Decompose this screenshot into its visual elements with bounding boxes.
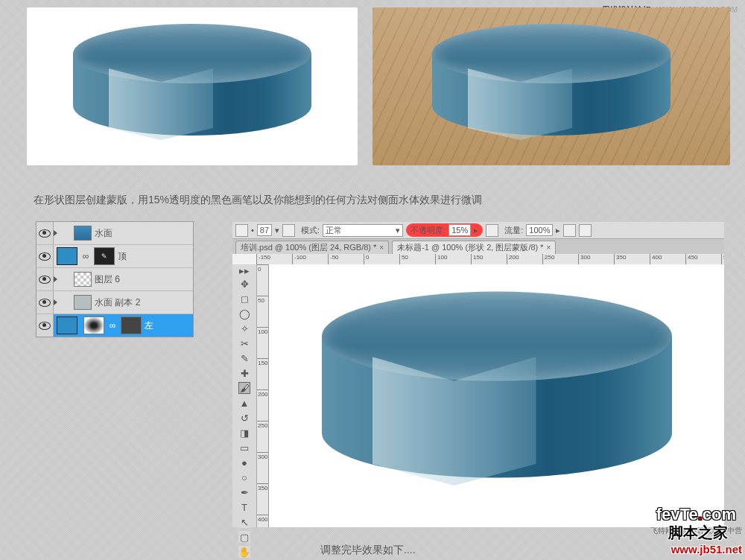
dodge-tool[interactable]: ○ <box>238 471 250 483</box>
visibility-toggle[interactable] <box>37 222 54 244</box>
healing-tool[interactable]: ✚ <box>238 367 250 379</box>
ruler-vertical: 050100150200250300350400 <box>257 264 269 527</box>
gradient-tool[interactable]: ▭ <box>238 442 250 454</box>
water-cylinder-illustration <box>432 24 670 136</box>
eye-icon <box>39 322 51 330</box>
layer-thumbnail <box>74 226 92 241</box>
brush-tool[interactable]: 🖌 <box>238 382 250 394</box>
brush-preset-icon[interactable] <box>235 224 248 237</box>
layer-row[interactable]: 水面 <box>37 222 193 244</box>
pressure-opacity-icon[interactable] <box>486 224 498 237</box>
opacity-value[interactable]: 15% <box>448 224 471 236</box>
mask-thumbnail <box>83 316 104 334</box>
document-tab[interactable]: 培训.psd @ 100% (图层 24, RGB/8) *× <box>235 241 389 254</box>
layer-name: 顶 <box>118 250 193 263</box>
pressure-size-icon[interactable] <box>579 224 592 237</box>
layers-panel: 水面 ∞ ✎ 顶 图层 6 水面 副本 2 ∞ 左 <box>36 221 194 337</box>
water-cylinder-illustration <box>322 291 672 492</box>
eye-icon <box>39 229 51 238</box>
instruction-text-2: 调整完毕效果如下.... <box>320 544 416 557</box>
vector-thumbnail <box>121 316 142 334</box>
smart-object-thumbnail: ✎ <box>94 247 115 265</box>
layer-thumbnail <box>57 316 77 334</box>
layer-name: 水面 副本 2 <box>95 296 193 309</box>
eye-icon <box>39 252 51 261</box>
path-tool[interactable]: ↖ <box>238 516 250 528</box>
shape-tool[interactable]: ▢ <box>238 531 250 543</box>
history-brush-tool[interactable]: ↺ <box>238 412 250 424</box>
document-tab-active[interactable]: 未标题-1 @ 100% (形状 2, 图层蒙版/8) *× <box>392 241 556 254</box>
preview-image-sand-bg <box>372 7 730 165</box>
eraser-tool[interactable]: ◨ <box>238 427 250 439</box>
top-image-row <box>27 7 730 165</box>
layer-name: 水面 <box>95 227 193 240</box>
mode-dropdown[interactable]: 正常▾ <box>323 224 403 237</box>
close-icon[interactable]: × <box>547 244 551 252</box>
eyedropper-tool[interactable]: ✎ <box>238 352 250 364</box>
lasso-tool[interactable]: ◯ <box>238 308 250 319</box>
visibility-toggle[interactable] <box>37 314 54 337</box>
layer-thumbnail <box>74 272 92 287</box>
layer-row[interactable]: 图层 6 <box>37 267 193 290</box>
opacity-label: 不透明度: <box>410 225 446 236</box>
layer-row[interactable]: 水面 副本 2 <box>37 290 193 314</box>
flow-value[interactable]: 100% <box>526 224 553 236</box>
visibility-toggle[interactable] <box>37 268 54 290</box>
opacity-control-highlighted[interactable]: 不透明度: 15%▸ <box>406 223 483 237</box>
watermark-fevte: fevTe.com <box>656 505 736 524</box>
layer-name: 图层 6 <box>95 273 193 286</box>
stamp-tool[interactable]: ▲ <box>238 397 250 409</box>
ps-logo-icon: ▸▸ <box>239 265 250 276</box>
brush-size-value[interactable]: 87 <box>257 224 272 236</box>
pen-tool[interactable]: ✒ <box>238 486 250 498</box>
water-cylinder-illustration <box>73 24 311 136</box>
tools-palette: ▸▸ ✥ ◻ ◯ ✧ ✂ ✎ ✚ 🖌 ▲ ↺ ◨ ▭ ● ○ ✒ T ↖ ▢ ✋… <box>232 264 257 527</box>
blur-tool[interactable]: ● <box>238 456 250 468</box>
visibility-toggle[interactable] <box>37 291 54 314</box>
close-icon[interactable]: × <box>379 244 384 252</box>
visibility-toggle[interactable] <box>37 245 54 267</box>
layer-thumbnail <box>57 247 77 265</box>
crop-tool[interactable]: ✂ <box>238 337 250 349</box>
flow-label: 流量: <box>504 225 523 236</box>
options-bar: • 87▾ 模式: 正常▾ 不透明度: 15%▸ 流量: 100%▸ <box>232 222 724 239</box>
airbrush-icon[interactable] <box>563 224 576 237</box>
layer-thumbnail <box>74 295 92 310</box>
wand-tool[interactable]: ✧ <box>238 322 250 334</box>
layer-name: 左 <box>145 319 193 332</box>
photoshop-screenshot: • 87▾ 模式: 正常▾ 不透明度: 15%▸ 流量: 100%▸ 培训.ps… <box>232 222 724 527</box>
brush-panel-icon[interactable] <box>282 224 295 237</box>
layer-row[interactable]: ∞ ✎ 顶 <box>37 244 193 267</box>
type-tool[interactable]: T <box>238 501 250 513</box>
canvas[interactable] <box>269 264 724 527</box>
instruction-text-1: 在形状图层创建蒙版，用15%透明度的黑色画笔以及你能想到的任何方法对侧面水体效果… <box>34 194 482 207</box>
eye-icon <box>39 299 51 307</box>
watermark-jb51: 脚本之家www.jb51.net <box>668 523 742 556</box>
layer-row-selected[interactable]: ∞ 左 <box>37 314 193 337</box>
document-tabs: 培训.psd @ 100% (图层 24, RGB/8) *× 未标题-1 @ … <box>232 239 724 254</box>
move-tool[interactable]: ✥ <box>238 278 250 290</box>
eye-icon <box>39 276 51 284</box>
mode-label: 模式: <box>301 225 320 236</box>
preview-image-white-bg <box>27 7 358 165</box>
hand-tool[interactable]: ✋ <box>238 546 250 558</box>
marquee-tool[interactable]: ◻ <box>238 293 250 305</box>
